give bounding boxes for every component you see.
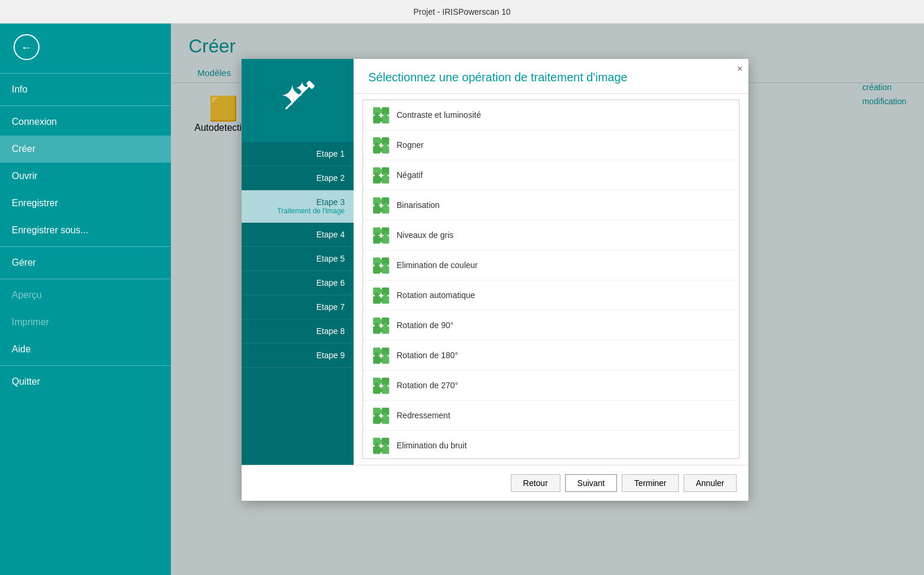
step-subtitle: Traitement de l'image	[250, 207, 345, 215]
main-layout: ← Info Connexion Créer Ouvrir Enregistre…	[0, 24, 924, 575]
svg-point-64	[378, 319, 382, 323]
svg-rect-31	[382, 206, 390, 214]
retour-button[interactable]: Retour	[511, 474, 560, 492]
svg-point-9	[375, 113, 379, 117]
svg-rect-87	[382, 417, 390, 424]
step-etape2[interactable]: Etape 2	[242, 166, 354, 190]
svg-point-82	[383, 383, 387, 387]
suivant-button[interactable]: Suivant	[565, 474, 618, 492]
content-panel: Sélectionnez une opération de traitement…	[354, 59, 748, 465]
wizard-magic-icon: ✦ ✦	[277, 77, 318, 124]
svg-rect-15	[382, 146, 390, 154]
sidebar-item-ouvrir[interactable]: Ouvrir	[0, 163, 171, 190]
step-etape1[interactable]: Etape 1	[242, 142, 354, 166]
wizard-body: ✦ ✦ Etape 1 Etape	[242, 59, 748, 465]
operation-item-rogner[interactable]: Rogner	[363, 130, 739, 160]
svg-point-57	[375, 293, 379, 297]
svg-point-97	[375, 443, 379, 447]
step-label: Etape 3	[250, 197, 345, 207]
operation-item-binarisation[interactable]: Binarisation	[363, 190, 739, 220]
svg-rect-63	[382, 326, 390, 334]
annuler-button[interactable]: Annuler	[684, 474, 737, 492]
svg-point-49	[375, 263, 379, 267]
svg-rect-71	[382, 356, 390, 364]
sidebar-item-quitter[interactable]: Quitter	[0, 368, 171, 395]
operation-item-niveaux-gris[interactable]: Niveaux de gris	[363, 220, 739, 250]
svg-point-43	[378, 237, 382, 242]
svg-point-56	[378, 289, 382, 293]
svg-point-96	[378, 439, 382, 444]
sidebar-item-apercu: Aperçu	[0, 282, 171, 309]
svg-point-10	[383, 113, 387, 117]
step-etape6[interactable]: Etape 6	[242, 271, 354, 295]
operation-item-rotation-auto[interactable]: Rotation automatique	[363, 280, 739, 310]
wizard-footer: Retour Suivant Terminer Annuler	[242, 465, 748, 501]
close-button[interactable]: ×	[737, 64, 742, 74]
sidebar-item-enregistrer[interactable]: Enregistrer	[0, 190, 171, 217]
svg-point-32	[378, 199, 382, 203]
back-circle-icon: ←	[14, 34, 39, 60]
operation-item-rotation-270[interactable]: Rotation de 270°	[363, 371, 739, 401]
svg-point-81	[375, 383, 379, 387]
sidebar-item-aide[interactable]: Aide	[0, 336, 171, 363]
sidebar-item-gerer[interactable]: Gérer	[0, 249, 171, 276]
sidebar-item-imprimer: Imprimer	[0, 309, 171, 336]
panel-title: Sélectionnez une opération de traitement…	[354, 59, 748, 94]
svg-rect-23	[382, 176, 390, 184]
svg-point-48	[378, 259, 382, 263]
sidebar-item-creer[interactable]: Créer	[0, 136, 171, 163]
svg-point-67	[378, 328, 382, 332]
svg-point-89	[375, 413, 379, 417]
svg-point-66	[383, 323, 387, 327]
svg-point-25	[375, 173, 379, 177]
wizard-dialog: × ✦ ✦	[242, 59, 748, 501]
step-etape3[interactable]: Etape 3 Traitement de l'image	[242, 190, 354, 223]
step-etape5[interactable]: Etape 5	[242, 247, 354, 271]
operation-item-redressement[interactable]: Redressement	[363, 401, 739, 431]
svg-point-99	[378, 448, 382, 452]
svg-point-34	[383, 203, 387, 207]
svg-point-33	[375, 203, 379, 207]
terminer-button[interactable]: Terminer	[622, 474, 678, 492]
sidebar-divider-4	[0, 279, 171, 279]
svg-point-8	[378, 109, 382, 113]
operation-item-elimination-bruit[interactable]: Elimination du bruit	[363, 431, 739, 459]
content-area: Créer Modèles Activités 🟨 Autodetection …	[171, 24, 924, 575]
step-etape4[interactable]: Etape 4	[242, 223, 354, 247]
svg-rect-7	[382, 116, 390, 124]
wizard-icon-area: ✦ ✦	[242, 59, 354, 142]
svg-point-26	[383, 173, 387, 177]
sidebar-divider-2	[0, 105, 171, 106]
operation-item-rotation-90[interactable]: Rotation de 90°	[363, 310, 739, 341]
modal-overlay: × ✦ ✦	[171, 24, 924, 575]
svg-rect-39	[382, 236, 390, 244]
operation-item-rotation-180[interactable]: Rotation de 180°	[363, 341, 739, 371]
svg-point-17	[375, 143, 379, 147]
svg-rect-55	[382, 296, 390, 304]
operations-list[interactable]: Contraste et luminosité Rogner Négatif	[362, 100, 740, 459]
sidebar-item-info[interactable]: Info	[0, 76, 171, 103]
operation-item-negatif[interactable]: Négatif	[363, 160, 739, 190]
svg-point-40	[378, 229, 382, 233]
svg-point-75	[378, 358, 382, 362]
sidebar: ← Info Connexion Créer Ouvrir Enregistre…	[0, 24, 171, 575]
svg-point-24	[378, 169, 382, 173]
svg-rect-79	[382, 386, 390, 394]
operation-item-contraste[interactable]: Contraste et luminosité	[363, 100, 739, 130]
svg-point-19	[378, 147, 382, 151]
svg-point-65	[375, 323, 379, 327]
sidebar-item-connexion[interactable]: Connexion	[0, 108, 171, 136]
svg-point-42	[383, 233, 387, 237]
title-bar: Projet - IRISPowerscan 10	[0, 0, 924, 24]
sidebar-item-enregistrer-sous[interactable]: Enregistrer sous...	[0, 217, 171, 244]
svg-point-72	[378, 349, 382, 353]
back-button[interactable]: ←	[9, 29, 44, 65]
app-title: Projet - IRISPowerscan 10	[414, 7, 511, 16]
step-etape7[interactable]: Etape 7	[242, 295, 354, 319]
step-etape9[interactable]: Etape 9	[242, 343, 354, 368]
svg-point-59	[378, 298, 382, 302]
step-etape8[interactable]: Etape 8	[242, 319, 354, 343]
operation-item-elimination-couleur[interactable]: Elimination de couleur	[363, 250, 739, 280]
svg-point-18	[383, 143, 387, 147]
svg-point-11	[378, 117, 382, 121]
